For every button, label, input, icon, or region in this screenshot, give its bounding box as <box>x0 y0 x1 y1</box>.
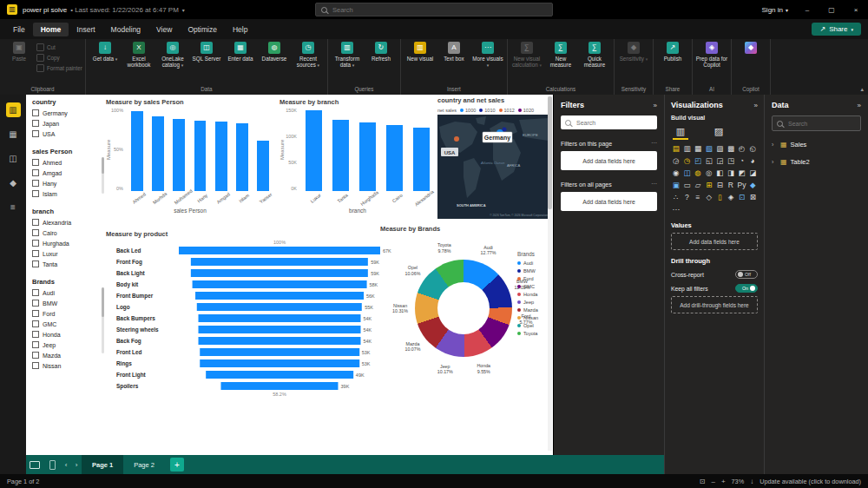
report-view-icon[interactable]: ▥ <box>6 102 21 117</box>
funnel-bar[interactable] <box>206 371 353 379</box>
get-more-visuals-icon[interactable]: ⋯ <box>671 203 681 214</box>
stacked-area-chart-icon[interactable]: ◶ <box>671 155 681 166</box>
ribbon-button-excel-workbook[interactable]: XExcel workbook <box>122 42 155 68</box>
checkbox-icon[interactable] <box>32 362 39 369</box>
treemap-icon[interactable]: ◫ <box>682 167 693 178</box>
funnel-row-body-kit[interactable]: Body kit58K <box>106 279 380 290</box>
ribbon-button-sql-server[interactable]: ◫SQL Server <box>190 42 223 62</box>
clustered-column-chart-icon[interactable]: ▧ <box>704 142 714 154</box>
slicer-item-ahmed[interactable]: Ahmed <box>32 157 102 168</box>
expand-icon[interactable]: › <box>772 159 777 165</box>
bar-tanta[interactable]: Tanta <box>329 108 352 207</box>
line-and-clustered-column-chart-icon[interactable]: ◰ <box>693 155 703 166</box>
kpi-icon[interactable]: ▭ <box>682 179 693 190</box>
update-banner[interactable]: Update available (click to download) <box>760 478 861 485</box>
bar[interactable] <box>194 121 207 191</box>
slicer-item-mazda[interactable]: Mazda <box>32 350 102 360</box>
map-icon[interactable]: ◍ <box>693 167 703 178</box>
funnel-chart-icon[interactable]: ◳ <box>726 155 736 166</box>
bar-ahmed[interactable]: Ahmed <box>128 108 145 207</box>
filled-map-icon[interactable]: ◎ <box>704 167 714 178</box>
filters-search[interactable] <box>561 115 657 129</box>
tmdl-view-icon[interactable]: ≡ <box>6 200 21 214</box>
desktop-layout-icon[interactable] <box>26 461 43 469</box>
pie-chart-icon[interactable]: ◕ <box>747 155 758 166</box>
filters-search-input[interactable] <box>575 119 653 127</box>
bar-alexandria[interactable]: Alexandria <box>411 108 433 207</box>
smart-narrative-icon[interactable]: ≡ <box>693 191 703 202</box>
funnel-bar[interactable] <box>199 314 361 322</box>
donut-chart-brands[interactable]: Measure by Brands Audi12.77%BMW12.03%For… <box>380 225 553 407</box>
checkbox-icon[interactable] <box>32 352 39 359</box>
stacked-column-chart-icon[interactable]: ▦ <box>693 142 703 154</box>
funnel-bar[interactable] <box>191 269 368 277</box>
ribbon-button-dataverse[interactable]: ◍Dataverse <box>258 42 291 62</box>
page-tab-page-2[interactable]: Page 2 <box>123 455 165 474</box>
previous-page-icon[interactable]: ‹ <box>61 461 71 469</box>
ribbon-button-recent-sources[interactable]: ◷Recent sources ▾ <box>292 42 325 69</box>
search-input[interactable] <box>331 5 547 15</box>
bar[interactable] <box>173 119 185 191</box>
checkbox-icon[interactable] <box>32 289 39 296</box>
slicer-item-hurghada[interactable]: Hurghada <box>32 238 102 248</box>
slicer-icon[interactable]: ▱ <box>693 179 703 190</box>
checkbox-icon[interactable] <box>32 180 39 187</box>
data-table-table2[interactable]: ›▦Table2 <box>772 154 861 169</box>
checkbox-icon[interactable] <box>32 320 39 327</box>
bar[interactable] <box>215 122 227 191</box>
data-search[interactable] <box>772 115 861 131</box>
close-button[interactable]: × <box>844 0 868 19</box>
zoom-in-icon[interactable]: + <box>721 478 726 485</box>
ribbon-button-new-visual-calculation[interactable]: ∑New visual calculation ▾ <box>510 42 543 69</box>
multi-row-card-icon[interactable]: ▣ <box>671 179 681 190</box>
slicer-item-audi[interactable]: Audi <box>32 287 102 298</box>
shape-map-icon[interactable]: ◧ <box>715 167 726 178</box>
slicer-item-hany[interactable]: Hany <box>32 178 102 188</box>
bar-mohamed[interactable]: Mohamed <box>171 108 187 207</box>
funnel-row-rings[interactable]: Rings53K <box>106 358 380 369</box>
area-chart-icon[interactable]: ◵ <box>747 142 758 154</box>
table-icon[interactable]: ⊞ <box>704 179 714 190</box>
ribbon-button-new-measure[interactable]: ∑New measure <box>544 42 577 68</box>
ribbon-button-cut[interactable]: Cut <box>36 43 82 51</box>
bar[interactable] <box>386 125 403 191</box>
sign-in-button[interactable]: Sign in▾ <box>755 6 795 14</box>
checkbox-icon[interactable] <box>32 169 39 176</box>
cross-report-toggle[interactable]: Off <box>735 270 758 279</box>
scatter-chart-icon[interactable]: ◔ <box>737 155 747 166</box>
slicer-item-tanta[interactable]: Tanta <box>32 259 102 269</box>
100-stacked-column-chart-icon[interactable]: ▩ <box>726 142 736 154</box>
ribbon-button-transform-data[interactable]: ▥Transform data ▾ <box>331 42 364 69</box>
bar-hurghada[interactable]: Hurghada <box>356 108 378 207</box>
100-stacked-bar-chart-icon[interactable]: ▨ <box>715 142 726 154</box>
donut-ring[interactable] <box>415 260 512 357</box>
funnel-row-back-bumpers[interactable]: Back Bumpers54K <box>106 313 380 324</box>
model-view-icon[interactable]: ◫ <box>6 151 21 166</box>
menu-tab-modeling[interactable]: Modeling <box>103 23 149 36</box>
global-search[interactable] <box>315 3 553 16</box>
bar[interactable] <box>236 123 248 191</box>
data-search-input[interactable] <box>786 120 856 128</box>
checkbox-icon[interactable] <box>32 109 39 116</box>
mobile-layout-icon[interactable] <box>43 460 61 470</box>
ribbon-button-paste[interactable]: ▣Paste <box>3 42 36 62</box>
slicer-item-ford[interactable]: Ford <box>32 308 102 319</box>
slicer-item-germany[interactable]: Germany <box>32 108 102 118</box>
r-script-visual-icon[interactable]: R <box>726 179 736 190</box>
collapse-visualizations-icon[interactable]: » <box>754 102 758 109</box>
slicer-item-usa[interactable]: USA <box>32 129 102 139</box>
bar[interactable] <box>131 111 143 191</box>
ribbon-button-new-visual[interactable]: ▥New visual <box>404 42 437 62</box>
data-table-sales[interactable]: ›▦Sales <box>772 136 861 152</box>
ribbon-button-sensitivity[interactable]: ◆Sensitivity ▾ <box>617 42 650 63</box>
checkbox-icon[interactable] <box>32 331 39 338</box>
funnel-row-back-fog[interactable]: Back Fog54K <box>106 335 380 346</box>
funnel-bar[interactable] <box>191 258 368 266</box>
bar[interactable] <box>413 128 430 191</box>
menu-tab-file[interactable]: File <box>5 23 33 36</box>
checkbox-icon[interactable] <box>32 341 39 348</box>
maximize-button[interactable]: ▢ <box>819 0 844 19</box>
arcgis-map-icon[interactable]: ◈ <box>726 191 736 202</box>
checkbox-icon[interactable] <box>32 310 39 317</box>
power-automate-icon[interactable]: ⊠ <box>747 191 758 202</box>
